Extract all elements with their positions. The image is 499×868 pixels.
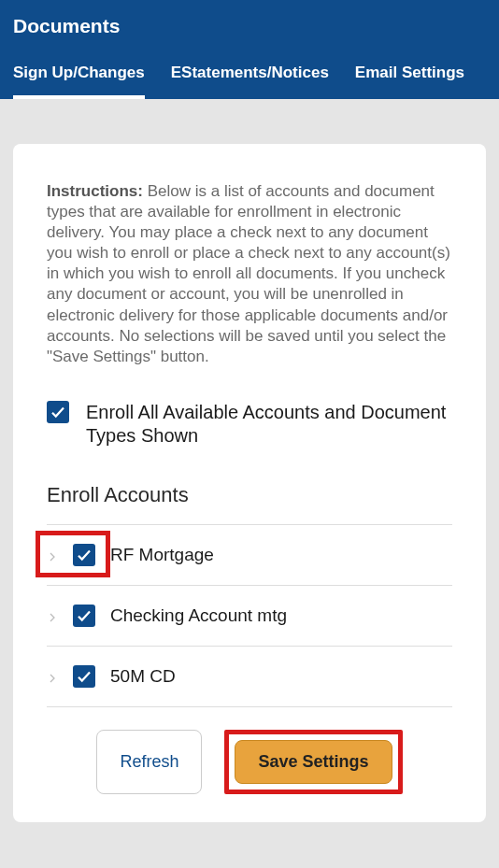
instructions-text: Instructions: Below is a list of account… bbox=[47, 181, 452, 367]
enroll-all-checkbox[interactable] bbox=[47, 401, 69, 423]
instructions-body: Below is a list of accounts and document… bbox=[47, 182, 450, 365]
account-checkbox[interactable] bbox=[73, 544, 95, 566]
tab-email-settings[interactable]: Email Settings bbox=[355, 64, 464, 99]
chevron-right-icon[interactable] bbox=[47, 549, 58, 561]
check-icon bbox=[76, 547, 93, 563]
account-label: RF Mortgage bbox=[110, 545, 214, 565]
check-icon bbox=[76, 668, 93, 685]
refresh-button[interactable]: Refresh bbox=[96, 730, 202, 794]
card: Instructions: Below is a list of account… bbox=[13, 144, 486, 822]
instructions-label: Instructions: bbox=[47, 182, 143, 200]
account-label: 50M CD bbox=[110, 666, 176, 687]
account-label: Checking Account mtg bbox=[110, 605, 287, 626]
check-icon bbox=[50, 404, 66, 420]
tabs: Sign Up/Changes EStatements/Notices Emai… bbox=[13, 64, 486, 99]
header: Documents Sign Up/Changes EStatements/No… bbox=[0, 0, 499, 99]
save-settings-button[interactable]: Save Settings bbox=[235, 740, 392, 784]
enroll-all-label: Enroll All Available Accounts and Docume… bbox=[86, 401, 452, 448]
page-title: Documents bbox=[13, 15, 486, 37]
account-checkbox[interactable] bbox=[73, 665, 95, 688]
enroll-all-row: Enroll All Available Accounts and Docume… bbox=[47, 401, 452, 448]
account-row-checking: Checking Account mtg bbox=[47, 586, 452, 646]
content: Instructions: Below is a list of account… bbox=[0, 99, 499, 822]
account-checkbox[interactable] bbox=[73, 605, 95, 627]
chevron-right-icon[interactable] bbox=[47, 610, 58, 621]
chevron-right-icon[interactable] bbox=[47, 671, 58, 682]
check-icon bbox=[76, 607, 93, 624]
account-row-50m-cd: 50M CD bbox=[47, 647, 452, 706]
tab-sign-up-changes[interactable]: Sign Up/Changes bbox=[13, 64, 145, 99]
highlight-annotation: Save Settings bbox=[224, 730, 402, 794]
actions-row: Refresh Save Settings bbox=[47, 730, 452, 794]
section-title: Enroll Accounts bbox=[47, 483, 452, 507]
tab-estatements-notices[interactable]: EStatements/Notices bbox=[171, 64, 329, 99]
account-row-rf-mortgage: RF Mortgage bbox=[47, 525, 452, 585]
divider bbox=[47, 706, 452, 707]
